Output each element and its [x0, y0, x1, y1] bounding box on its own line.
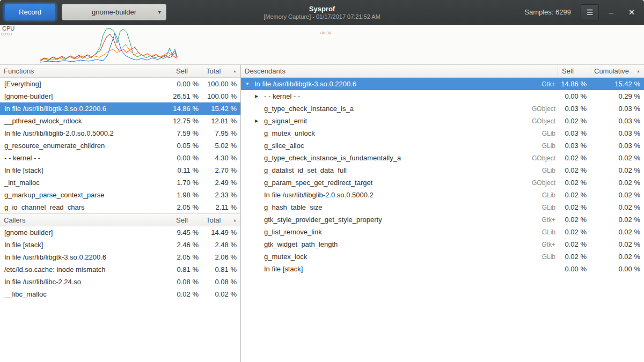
self-value: 0.02 % [172, 290, 202, 298]
descendant-row[interactable]: g_mutex_lockGLib0.02 %0.02 % [241, 250, 644, 263]
total-value: 100.00 % [202, 80, 240, 88]
symbol-name: g_datalist_id_set_data_full [264, 166, 347, 174]
library-badge: GLib [537, 228, 558, 236]
expander-icon[interactable]: ▼ [245, 82, 254, 86]
symbol-name: g_io_channel_read_chars [0, 203, 172, 211]
callers-column-header[interactable]: Callers [0, 214, 172, 226]
cumulative-value: 0.02 % [590, 203, 644, 211]
expander-icon[interactable]: ▶ [255, 94, 264, 99]
self-column-header[interactable]: Self [558, 65, 590, 77]
descendant-row[interactable]: g_slice_allocGLib0.03 %0.03 % [241, 139, 644, 152]
caller-row[interactable]: [gnome-builder]9.45 %14.49 % [0, 226, 240, 239]
descendant-row[interactable]: g_list_remove_linkGLib0.02 %0.02 % [241, 226, 644, 238]
close-button[interactable]: ✕ [624, 4, 640, 20]
function-row[interactable]: __pthread_rwlock_rdlock12.75 %12.81 % [0, 115, 240, 127]
symbol-name: [gnome-builder] [0, 228, 172, 237]
expander-icon[interactable]: ▶ [255, 119, 264, 123]
self-value: 0.02 % [558, 117, 590, 125]
self-column-header[interactable]: Self [172, 65, 202, 77]
target-selector-dropdown[interactable]: gnome-builder ▾ [62, 4, 166, 20]
time-tick-start: 00:00 [1, 32, 12, 36]
record-button[interactable]: Record [4, 4, 56, 20]
cumulative-value: 15.42 % [590, 80, 644, 88]
cpu-red-line [40, 34, 177, 60]
cumulative-value: 0.03 % [590, 117, 644, 125]
name-cell: g_datalist_id_set_data_fullGLib [241, 166, 558, 174]
descendant-row[interactable]: gtk_style_provider_get_style_propertyGtk… [241, 213, 644, 226]
descendant-row[interactable]: g_hash_table_sizeGLib0.02 %0.02 % [241, 201, 644, 213]
descendants-column-header[interactable]: Descendants [241, 65, 558, 77]
function-row[interactable]: g_markup_parse_context_parse1.98 %2.33 % [0, 189, 240, 201]
self-value: 12.75 % [172, 117, 202, 125]
total-column-header[interactable]: Total ▲ [202, 214, 240, 226]
function-row[interactable]: g_io_channel_read_chars2.05 %2.11 % [0, 201, 240, 213]
target-selector-label: gnome-builder [92, 8, 136, 16]
symbol-name: g_list_remove_link [264, 228, 322, 236]
function-row[interactable]: - - kernel - -0.00 %4.30 % [0, 152, 240, 164]
symbol-name: __pthread_rwlock_rdlock [0, 117, 172, 125]
column-label: Total [206, 67, 221, 75]
cumulative-value: 0.03 % [590, 142, 644, 150]
symbol-name: In file /usr/lib/libc-2.24.so [0, 278, 172, 286]
function-row[interactable]: In file [stack]0.11 %2.70 % [0, 164, 240, 176]
descendant-row[interactable]: gtk_widget_path_lengthGtk+0.02 %0.02 % [241, 238, 644, 250]
function-row[interactable]: _int_malloc1.70 %2.49 % [0, 176, 240, 189]
total-value: 4.30 % [202, 154, 240, 162]
descendant-row[interactable]: g_param_spec_get_redirect_targetGObject0… [241, 176, 644, 189]
sort-indicator-icon: ▲ [231, 69, 237, 73]
function-row[interactable]: [gnome-builder]26.51 %100.00 % [0, 90, 240, 102]
self-value: 0.08 % [172, 278, 202, 286]
descendant-row[interactable]: ▶- - kernel - -0.00 %0.29 % [241, 90, 644, 102]
name-cell: ▶- - kernel - - [241, 92, 558, 100]
descendant-row[interactable]: g_mutex_unlockGLib0.03 %0.03 % [241, 127, 644, 139]
symbol-name: g_type_check_instance_is_fundamentally_a [264, 154, 401, 162]
cpu-graph[interactable]: CPU 00:00 00:30 [0, 25, 644, 65]
minimize-button[interactable]: – [603, 4, 619, 20]
minimize-icon: – [609, 8, 613, 17]
functions-column-header[interactable]: Functions [0, 65, 172, 77]
cumulative-column-header[interactable]: Cumulative ▲ [590, 65, 644, 77]
cumulative-value: 0.02 % [590, 179, 644, 187]
function-row[interactable]: In file /usr/lib/libglib-2.0.so.0.5000.2… [0, 127, 240, 139]
name-cell: ▶g_signal_emitGObject [241, 117, 558, 125]
hamburger-icon: ☰ [587, 8, 594, 17]
callers-rows: [gnome-builder]9.45 %14.49 %In file [sta… [0, 226, 240, 300]
menu-button[interactable]: ☰ [581, 4, 599, 20]
library-badge: Gtk+ [536, 241, 558, 248]
descendant-row[interactable]: ▼In file /usr/lib/libgtk-3.so.0.2200.6Gt… [241, 78, 644, 90]
function-row[interactable]: In file /usr/lib/libgtk-3.so.0.2200.614.… [0, 102, 240, 115]
caller-row[interactable]: In file /usr/lib/libc-2.24.so0.08 %0.08 … [0, 276, 240, 288]
self-value: 14.86 % [558, 80, 590, 88]
caller-row[interactable]: __libc_malloc0.02 %0.02 % [0, 288, 240, 300]
column-label: Functions [4, 67, 34, 75]
caller-row[interactable]: In file [stack]2.46 %2.48 % [0, 239, 240, 251]
function-row[interactable]: [Everything]0.00 %100.00 % [0, 78, 240, 90]
function-row[interactable]: g_resource_enumerate_children0.05 %5.02 … [0, 139, 240, 152]
total-column-header[interactable]: Total ▲ [202, 65, 240, 77]
cumulative-value: 0.02 % [590, 253, 644, 261]
self-value: 14.86 % [172, 105, 202, 113]
symbol-name: - - kernel - - [0, 154, 172, 162]
caller-row[interactable]: In file /usr/lib/libgtk-3.so.0.2200.62.0… [0, 251, 240, 263]
sort-indicator-icon: ▲ [634, 69, 640, 73]
symbol-name: gtk_widget_path_length [264, 240, 338, 248]
name-cell: In file /usr/lib/libglib-2.0.so.0.5000.2… [241, 191, 558, 199]
column-label: Descendants [245, 67, 286, 75]
self-value: 0.02 % [558, 228, 590, 236]
descendant-row[interactable]: g_type_check_instance_is_fundamentally_a… [241, 152, 644, 164]
descendant-row[interactable]: g_datalist_id_set_data_fullGLib0.02 %0.0… [241, 164, 644, 176]
self-value: 2.05 % [172, 253, 202, 261]
cpu-graph-label: CPU [2, 25, 14, 32]
descendant-row[interactable]: In file [stack]0.00 %0.00 % [241, 263, 644, 275]
symbol-name: In file /usr/lib/libgtk-3.so.0.2200.6 [254, 80, 356, 88]
caller-row[interactable]: /etc/ld.so.cache: inode mismatch0.81 %0.… [0, 263, 240, 276]
self-column-header[interactable]: Self [172, 214, 202, 226]
descendant-row[interactable]: In file /usr/lib/libglib-2.0.so.0.5000.2… [241, 189, 644, 201]
name-cell: g_mutex_unlockGLib [241, 129, 558, 137]
descendant-row[interactable]: g_type_check_instance_is_aGObject0.03 %0… [241, 102, 644, 115]
symbol-name: g_hash_table_size [264, 203, 322, 211]
symbol-name: In file /usr/lib/libglib-2.0.so.0.5000.2 [0, 129, 172, 137]
library-badge: GLib [537, 204, 558, 211]
self-value: 0.02 % [558, 179, 590, 187]
descendant-row[interactable]: ▶g_signal_emitGObject0.02 %0.03 % [241, 115, 644, 127]
